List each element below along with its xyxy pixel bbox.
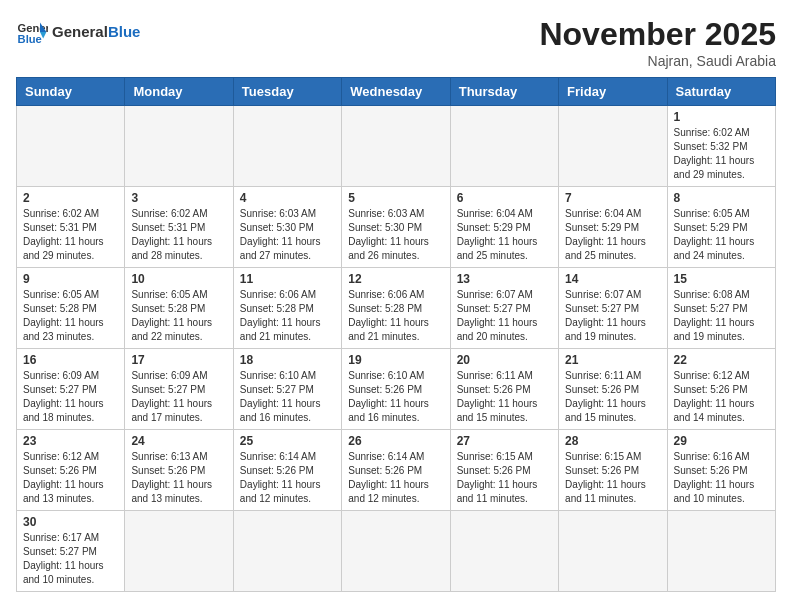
day-number: 26 [348, 434, 443, 448]
day-number: 28 [565, 434, 660, 448]
day-number: 24 [131, 434, 226, 448]
column-header-friday: Friday [559, 78, 667, 106]
calendar-cell: 22Sunrise: 6:12 AMSunset: 5:26 PMDayligh… [667, 349, 775, 430]
calendar-cell [450, 106, 558, 187]
day-info: Sunrise: 6:11 AMSunset: 5:26 PMDaylight:… [565, 369, 660, 425]
page-header: General Blue GeneralBlue November 2025 N… [16, 16, 776, 69]
day-info: Sunrise: 6:07 AMSunset: 5:27 PMDaylight:… [457, 288, 552, 344]
day-number: 9 [23, 272, 118, 286]
calendar-cell [342, 106, 450, 187]
day-info: Sunrise: 6:17 AMSunset: 5:27 PMDaylight:… [23, 531, 118, 587]
month-title: November 2025 [539, 16, 776, 53]
calendar-cell [17, 106, 125, 187]
day-info: Sunrise: 6:02 AMSunset: 5:31 PMDaylight:… [131, 207, 226, 263]
day-number: 3 [131, 191, 226, 205]
calendar-cell: 28Sunrise: 6:15 AMSunset: 5:26 PMDayligh… [559, 430, 667, 511]
day-number: 8 [674, 191, 769, 205]
calendar-cell [450, 511, 558, 592]
day-number: 10 [131, 272, 226, 286]
calendar-cell: 6Sunrise: 6:04 AMSunset: 5:29 PMDaylight… [450, 187, 558, 268]
day-info: Sunrise: 6:03 AMSunset: 5:30 PMDaylight:… [348, 207, 443, 263]
day-number: 16 [23, 353, 118, 367]
day-info: Sunrise: 6:15 AMSunset: 5:26 PMDaylight:… [457, 450, 552, 506]
column-header-wednesday: Wednesday [342, 78, 450, 106]
location: Najran, Saudi Arabia [539, 53, 776, 69]
calendar-cell: 16Sunrise: 6:09 AMSunset: 5:27 PMDayligh… [17, 349, 125, 430]
column-header-saturday: Saturday [667, 78, 775, 106]
column-header-tuesday: Tuesday [233, 78, 341, 106]
calendar-cell: 9Sunrise: 6:05 AMSunset: 5:28 PMDaylight… [17, 268, 125, 349]
day-info: Sunrise: 6:10 AMSunset: 5:26 PMDaylight:… [348, 369, 443, 425]
calendar-cell: 7Sunrise: 6:04 AMSunset: 5:29 PMDaylight… [559, 187, 667, 268]
calendar-cell: 10Sunrise: 6:05 AMSunset: 5:28 PMDayligh… [125, 268, 233, 349]
day-number: 21 [565, 353, 660, 367]
week-row-5: 23Sunrise: 6:12 AMSunset: 5:26 PMDayligh… [17, 430, 776, 511]
calendar-cell: 26Sunrise: 6:14 AMSunset: 5:26 PMDayligh… [342, 430, 450, 511]
calendar-cell: 8Sunrise: 6:05 AMSunset: 5:29 PMDaylight… [667, 187, 775, 268]
calendar-table: SundayMondayTuesdayWednesdayThursdayFrid… [16, 77, 776, 592]
calendar-cell: 5Sunrise: 6:03 AMSunset: 5:30 PMDaylight… [342, 187, 450, 268]
day-info: Sunrise: 6:02 AMSunset: 5:32 PMDaylight:… [674, 126, 769, 182]
calendar-cell: 14Sunrise: 6:07 AMSunset: 5:27 PMDayligh… [559, 268, 667, 349]
day-info: Sunrise: 6:04 AMSunset: 5:29 PMDaylight:… [565, 207, 660, 263]
calendar-cell: 4Sunrise: 6:03 AMSunset: 5:30 PMDaylight… [233, 187, 341, 268]
title-block: November 2025 Najran, Saudi Arabia [539, 16, 776, 69]
logo-general: General [52, 23, 108, 40]
day-info: Sunrise: 6:05 AMSunset: 5:29 PMDaylight:… [674, 207, 769, 263]
day-info: Sunrise: 6:16 AMSunset: 5:26 PMDaylight:… [674, 450, 769, 506]
week-row-1: 1Sunrise: 6:02 AMSunset: 5:32 PMDaylight… [17, 106, 776, 187]
calendar-cell: 25Sunrise: 6:14 AMSunset: 5:26 PMDayligh… [233, 430, 341, 511]
logo-blue: Blue [108, 23, 141, 40]
calendar-cell: 12Sunrise: 6:06 AMSunset: 5:28 PMDayligh… [342, 268, 450, 349]
calendar-cell [233, 106, 341, 187]
calendar-cell: 11Sunrise: 6:06 AMSunset: 5:28 PMDayligh… [233, 268, 341, 349]
day-info: Sunrise: 6:12 AMSunset: 5:26 PMDaylight:… [674, 369, 769, 425]
week-row-4: 16Sunrise: 6:09 AMSunset: 5:27 PMDayligh… [17, 349, 776, 430]
day-info: Sunrise: 6:09 AMSunset: 5:27 PMDaylight:… [131, 369, 226, 425]
day-number: 25 [240, 434, 335, 448]
calendar-header-row: SundayMondayTuesdayWednesdayThursdayFrid… [17, 78, 776, 106]
day-info: Sunrise: 6:09 AMSunset: 5:27 PMDaylight:… [23, 369, 118, 425]
day-number: 14 [565, 272, 660, 286]
day-info: Sunrise: 6:05 AMSunset: 5:28 PMDaylight:… [131, 288, 226, 344]
calendar-cell [667, 511, 775, 592]
calendar-cell: 27Sunrise: 6:15 AMSunset: 5:26 PMDayligh… [450, 430, 558, 511]
day-info: Sunrise: 6:07 AMSunset: 5:27 PMDaylight:… [565, 288, 660, 344]
calendar-cell [559, 511, 667, 592]
calendar-cell [125, 511, 233, 592]
week-row-3: 9Sunrise: 6:05 AMSunset: 5:28 PMDaylight… [17, 268, 776, 349]
day-number: 22 [674, 353, 769, 367]
day-info: Sunrise: 6:11 AMSunset: 5:26 PMDaylight:… [457, 369, 552, 425]
day-number: 23 [23, 434, 118, 448]
calendar-cell [125, 106, 233, 187]
calendar-cell: 18Sunrise: 6:10 AMSunset: 5:27 PMDayligh… [233, 349, 341, 430]
day-info: Sunrise: 6:10 AMSunset: 5:27 PMDaylight:… [240, 369, 335, 425]
column-header-sunday: Sunday [17, 78, 125, 106]
svg-text:Blue: Blue [18, 33, 42, 45]
day-number: 4 [240, 191, 335, 205]
calendar-cell: 30Sunrise: 6:17 AMSunset: 5:27 PMDayligh… [17, 511, 125, 592]
day-number: 7 [565, 191, 660, 205]
day-info: Sunrise: 6:13 AMSunset: 5:26 PMDaylight:… [131, 450, 226, 506]
day-number: 29 [674, 434, 769, 448]
day-number: 15 [674, 272, 769, 286]
day-number: 2 [23, 191, 118, 205]
day-number: 19 [348, 353, 443, 367]
logo: General Blue GeneralBlue [16, 16, 140, 48]
day-info: Sunrise: 6:02 AMSunset: 5:31 PMDaylight:… [23, 207, 118, 263]
calendar-cell: 21Sunrise: 6:11 AMSunset: 5:26 PMDayligh… [559, 349, 667, 430]
day-info: Sunrise: 6:15 AMSunset: 5:26 PMDaylight:… [565, 450, 660, 506]
day-number: 5 [348, 191, 443, 205]
day-number: 11 [240, 272, 335, 286]
day-info: Sunrise: 6:04 AMSunset: 5:29 PMDaylight:… [457, 207, 552, 263]
day-info: Sunrise: 6:06 AMSunset: 5:28 PMDaylight:… [240, 288, 335, 344]
day-info: Sunrise: 6:05 AMSunset: 5:28 PMDaylight:… [23, 288, 118, 344]
calendar-cell: 1Sunrise: 6:02 AMSunset: 5:32 PMDaylight… [667, 106, 775, 187]
day-number: 1 [674, 110, 769, 124]
calendar-cell: 17Sunrise: 6:09 AMSunset: 5:27 PMDayligh… [125, 349, 233, 430]
week-row-6: 30Sunrise: 6:17 AMSunset: 5:27 PMDayligh… [17, 511, 776, 592]
week-row-2: 2Sunrise: 6:02 AMSunset: 5:31 PMDaylight… [17, 187, 776, 268]
calendar-cell [342, 511, 450, 592]
day-number: 6 [457, 191, 552, 205]
calendar-cell: 24Sunrise: 6:13 AMSunset: 5:26 PMDayligh… [125, 430, 233, 511]
